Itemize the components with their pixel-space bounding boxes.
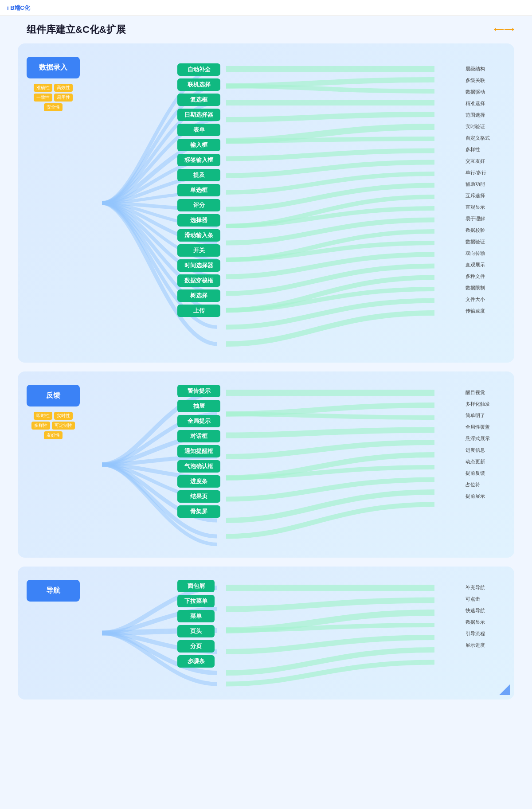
btn-date-picker[interactable]: 日期选择器: [177, 109, 220, 121]
feat-easy-understand: 易于理解: [466, 213, 505, 224]
tag-consistency: 一致性: [34, 94, 52, 102]
tag-friendly: 友好性: [44, 431, 63, 439]
nav-buttons: 面包屑 下拉菜单 菜单 页头 分页 步骤条: [177, 580, 215, 668]
feedback-svg: [80, 380, 505, 549]
feat-data-validate: 数据验证: [466, 236, 505, 247]
btn-time-picker[interactable]: 时间选择器: [177, 259, 220, 272]
feat-bidirectional: 双向传输: [466, 247, 505, 259]
btn-progress[interactable]: 进度条: [177, 475, 220, 488]
nav-arrows[interactable]: ⟵⟶: [494, 25, 514, 33]
feat-custom-format: 自定义格式: [466, 132, 505, 144]
feat-supplement-nav: 补充导航: [466, 582, 505, 593]
btn-result[interactable]: 结果页: [177, 490, 220, 503]
feedback-left-panel: 反馈 即时性 实时性 多样性 可定制性 友好性: [27, 380, 80, 439]
nav-flow: 面包屑 下拉菜单 菜单 页头 分页 步骤条 补充导航 可点击 快速导航 数据显示…: [80, 575, 505, 691]
feat-multi-trigger: 多样化触发: [466, 398, 505, 410]
btn-autocomplete[interactable]: 自动补全: [177, 63, 220, 76]
btn-mention[interactable]: 提及: [177, 169, 220, 181]
btn-global-tip[interactable]: 全局提示: [177, 415, 220, 427]
data-entry-flow: 自动补全 联机选择 复选框 日期选择器 表单 输入框 标签输入框 提及 单选框 …: [80, 52, 505, 354]
btn-breadcrumb[interactable]: 面包屑: [177, 580, 215, 592]
feat-quick-nav: 快速导航: [466, 605, 505, 616]
btn-page-header[interactable]: 页头: [177, 625, 215, 637]
feat-visual-display: 直观显示: [466, 201, 505, 213]
nav-svg: [80, 575, 505, 691]
section-feedback-inner: 反馈 即时性 实时性 多样性 可定制性 友好性: [27, 380, 505, 549]
feat-global-cover: 全局性覆盖: [466, 421, 505, 433]
btn-input[interactable]: 输入框: [177, 139, 220, 151]
feat-realtime-valid: 实时验证: [466, 121, 505, 132]
feat-multi-file: 多种文件: [466, 270, 505, 282]
feat-visual-show: 直观展示: [466, 259, 505, 270]
page-title: 组件库建立&C化&扩展: [27, 23, 505, 36]
feedback-flow: 警告提示 抽屉 全局提示 对话框 通知提醒框 气泡确认框 进度条 结果页 骨架屏…: [80, 380, 505, 549]
btn-form[interactable]: 表单: [177, 124, 220, 136]
feat-data-display: 数据显示: [466, 616, 505, 628]
tag-realtime: 实时性: [54, 412, 73, 420]
btn-menu[interactable]: 菜单: [177, 610, 215, 622]
feat-data-driven: 数据驱动: [466, 86, 505, 98]
data-entry-svg: [80, 52, 505, 354]
feat-range-select: 范围选择: [466, 109, 505, 121]
tag-security: 安全性: [44, 103, 63, 111]
feedback-tags: 即时性 实时性 多样性 可定制性 友好性: [27, 412, 80, 439]
btn-tag-input[interactable]: 标签输入框: [177, 154, 220, 166]
data-entry-left-panel: 数据录入 准确性 高效性 一致性 易用性 安全性: [27, 52, 80, 111]
feat-hierarchy: 层级结构: [466, 63, 505, 74]
feat-simple-clear: 简单明了: [466, 410, 505, 421]
section-navigation: 导航: [18, 567, 514, 700]
feat-eye-catching: 醒目视觉: [466, 387, 505, 398]
data-entry-right-labels: 层级结构 多级关联 数据驱动 精准选择 范围选择 实时验证 自定义格式 多样性 …: [466, 63, 505, 317]
btn-drawer[interactable]: 抽屉: [177, 400, 220, 412]
btn-rate[interactable]: 评分: [177, 199, 220, 211]
feat-advance-show: 提前展示: [466, 490, 505, 502]
btn-slider[interactable]: 滑动输入条: [177, 229, 220, 242]
feat-transfer-speed: 传输速度: [466, 305, 505, 317]
btn-radio[interactable]: 单选框: [177, 184, 220, 196]
btn-dialog[interactable]: 对话框: [177, 430, 220, 442]
triangle-decoration: [499, 684, 510, 695]
feedback-right-labels: 醒目视觉 多样化触发 简单明了 全局性覆盖 悬浮式展示 进度信息 动态更新 提前…: [466, 387, 505, 502]
section-nav-inner: 导航: [27, 575, 505, 691]
btn-switch[interactable]: 开关: [177, 244, 220, 257]
btn-steps[interactable]: 步骤条: [177, 655, 215, 668]
tag-variety: 多样性: [31, 422, 50, 430]
feat-diversity: 多样性: [466, 144, 505, 155]
nav-left-panel: 导航: [27, 575, 80, 602]
btn-skeleton[interactable]: 骨架屏: [177, 505, 220, 518]
tag-accuracy: 准确性: [34, 84, 52, 92]
header-bar: i B端C化: [0, 0, 532, 16]
feat-clickable: 可点击: [466, 593, 505, 605]
btn-transfer[interactable]: 数据穿梭框: [177, 274, 220, 287]
main-content: 数据录入 准确性 高效性 一致性 易用性 安全性: [0, 40, 532, 722]
nav-node: 导航: [27, 580, 80, 602]
tag-usability: 易用性: [54, 94, 73, 102]
btn-dropdown[interactable]: 下拉菜单: [177, 595, 215, 607]
btn-notification[interactable]: 通知提醒框: [177, 445, 220, 457]
feat-mutex: 互斥选择: [466, 190, 505, 201]
feat-data-check: 数据校验: [466, 224, 505, 236]
tag-instant: 即时性: [34, 412, 52, 420]
feat-assist: 辅助功能: [466, 178, 505, 190]
section-data-entry: 数据录入 准确性 高效性 一致性 易用性 安全性: [18, 43, 514, 363]
btn-upload[interactable]: 上传: [177, 305, 220, 317]
feat-float-display: 悬浮式展示: [466, 433, 505, 444]
feat-dynamic-update: 动态更新: [466, 456, 505, 467]
section-data-entry-inner: 数据录入 准确性 高效性 一致性 易用性 安全性: [27, 52, 505, 354]
btn-tree-select[interactable]: 树选择: [177, 289, 220, 302]
page-wrapper: i B端C化 组件库建立&C化&扩展 ⟵⟶ 数据录入 准确性 高效性 一致性 易…: [0, 0, 532, 809]
data-entry-node: 数据录入: [27, 57, 80, 78]
btn-popconfirm[interactable]: 气泡确认框: [177, 460, 220, 473]
btn-pagination[interactable]: 分页: [177, 640, 215, 653]
feat-single-multi: 单行/多行: [466, 167, 505, 178]
btn-online-select[interactable]: 联机选择: [177, 78, 220, 91]
feat-data-limit: 数据限制: [466, 282, 505, 293]
btn-checkbox[interactable]: 复选框: [177, 94, 220, 106]
feat-advance-feedback: 提前反馈: [466, 467, 505, 479]
btn-alert[interactable]: 警告提示: [177, 385, 220, 397]
feat-multi-level: 多级关联: [466, 74, 505, 86]
brand-logo: i B端C化: [7, 4, 30, 12]
btn-select[interactable]: 选择器: [177, 214, 220, 227]
data-entry-tags: 准确性 高效性 一致性 易用性 安全性: [27, 84, 80, 111]
feat-show-progress: 展示进度: [466, 639, 505, 651]
